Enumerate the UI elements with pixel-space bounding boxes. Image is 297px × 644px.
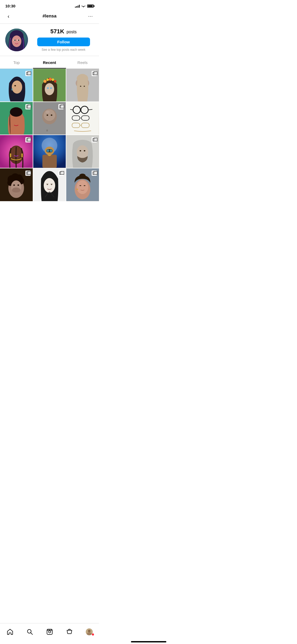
tab-recent[interactable]: Recent: [33, 57, 66, 68]
svg-text:|||: |||: [46, 129, 48, 131]
svg-point-79: [12, 187, 21, 193]
grid-item[interactable]: [66, 69, 99, 102]
svg-point-80: [13, 185, 15, 186]
svg-point-39: [46, 114, 48, 116]
grid-item[interactable]: |||: [33, 102, 66, 135]
grid-item[interactable]: [0, 102, 33, 135]
profile-info: 571K posts Follow See a few top posts ea…: [33, 28, 94, 52]
profile-section: 571K posts Follow See a few top posts ea…: [0, 24, 99, 56]
grid-item[interactable]: [0, 135, 33, 168]
status-icons: [75, 4, 94, 8]
svg-rect-65: [50, 150, 52, 152]
svg-point-23: [50, 87, 52, 89]
posts-count: 571K: [50, 28, 64, 35]
multi-post-icon: [25, 71, 31, 76]
svg-rect-57: [21, 154, 23, 158]
back-button[interactable]: ‹: [4, 12, 13, 20]
follow-button[interactable]: Follow: [37, 38, 90, 46]
svg-point-70: [84, 150, 86, 151]
posts-count-row: 571K posts: [50, 28, 77, 35]
svg-point-11: [12, 81, 22, 94]
more-button[interactable]: ···: [86, 12, 95, 20]
svg-point-28: [77, 74, 88, 84]
status-time: 10:30: [5, 4, 15, 8]
posts-label: posts: [67, 30, 77, 34]
svg-point-40: [51, 114, 52, 116]
svg-point-30: [84, 86, 85, 87]
grid-item[interactable]: [33, 69, 66, 102]
wifi-icon: [81, 4, 86, 8]
multi-post-icon: [25, 137, 31, 142]
multi-post-icon: [25, 171, 31, 176]
multi-post-icon: [58, 171, 64, 176]
svg-point-17: [43, 80, 46, 83]
page-title: #lensa: [43, 13, 56, 19]
svg-point-19: [49, 78, 52, 81]
grid-item[interactable]: [66, 135, 99, 168]
status-bar: 10:30: [0, 0, 99, 10]
svg-point-89: [79, 174, 86, 178]
multi-post-icon: [58, 104, 64, 109]
svg-point-7: [18, 39, 19, 41]
svg-point-21: [54, 80, 56, 83]
profile-divider: [0, 56, 99, 56]
svg-point-16: [45, 83, 54, 95]
photo-grid: |||: [0, 69, 99, 201]
signal-icon: [75, 4, 80, 8]
grid-item[interactable]: [33, 168, 66, 201]
battery-icon: [87, 4, 94, 8]
svg-point-29: [80, 86, 81, 87]
follow-hint: See a few top posts each week: [41, 48, 85, 52]
svg-rect-13: [12, 88, 13, 90]
svg-rect-64: [46, 150, 49, 152]
multi-post-icon: [92, 137, 97, 142]
svg-point-33: [10, 107, 22, 117]
tab-reels[interactable]: Reels: [66, 57, 99, 68]
svg-point-81: [17, 185, 19, 186]
multi-post-icon: [25, 104, 31, 109]
svg-point-22: [47, 87, 49, 89]
tab-top[interactable]: Top: [0, 57, 33, 68]
svg-point-85: [47, 184, 48, 185]
more-icon: ···: [88, 13, 93, 19]
multi-post-icon: [92, 171, 97, 176]
svg-point-86: [51, 184, 52, 185]
back-arrow-icon: ‹: [8, 13, 10, 19]
svg-point-20: [51, 79, 54, 81]
svg-point-36: [44, 109, 55, 121]
svg-point-69: [80, 150, 81, 151]
svg-point-3: [12, 35, 21, 47]
grid-item[interactable]: [0, 168, 33, 201]
svg-point-37: [45, 111, 50, 113]
svg-rect-56: [10, 154, 11, 158]
svg-point-91: [77, 188, 78, 190]
avatar: [5, 29, 28, 51]
svg-point-0: [83, 7, 84, 7]
grid-item[interactable]: [33, 135, 66, 168]
multi-post-icon: [92, 71, 97, 76]
grid-item[interactable]: [0, 69, 33, 102]
content-tabs: Top Recent Reels: [0, 57, 99, 69]
svg-point-6: [14, 39, 16, 41]
svg-point-12: [14, 85, 16, 86]
svg-point-90: [77, 181, 88, 194]
avatar-image: [5, 29, 28, 51]
svg-point-84: [44, 178, 55, 193]
svg-rect-60: [42, 155, 56, 168]
svg-point-18: [46, 79, 49, 81]
grid-item[interactable]: [66, 168, 99, 201]
header: ‹ #lensa ···: [0, 10, 99, 24]
grid-item[interactable]: [66, 102, 99, 135]
